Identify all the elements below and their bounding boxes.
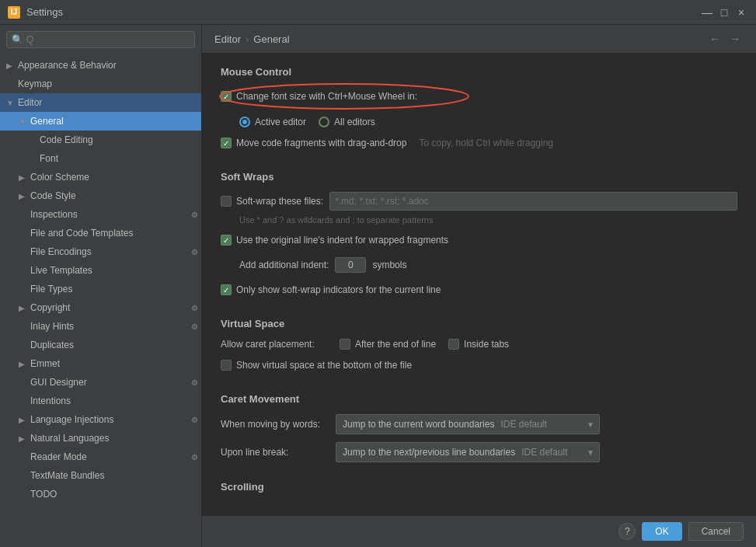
- breadcrumb-current: General: [253, 33, 289, 45]
- soft-wrap-checkbox[interactable]: [221, 196, 232, 207]
- sidebar-item-todo[interactable]: TODO: [0, 485, 201, 503]
- sidebar-item-label: Copyright: [30, 302, 189, 313]
- upon-line-break-dropdown[interactable]: Jump to the next/previous line boundarie…: [336, 442, 600, 462]
- search-icon: 🔍: [12, 34, 23, 45]
- upon-line-break-label: Upon line break:: [221, 447, 329, 458]
- sidebar-item-file-code-templates[interactable]: File and Code Templates: [0, 224, 201, 242]
- window-title: Settings: [26, 6, 694, 18]
- use-original-indent-row: ✓ Use the original line's indent for wra…: [221, 231, 737, 249]
- expand-arrow: ▶: [19, 192, 28, 200]
- sidebar-item-reader-mode[interactable]: Reader Mode ⚙: [0, 448, 201, 466]
- content-header: Editor › General ← →: [202, 25, 756, 54]
- caret-movement-title: Caret Movement: [221, 393, 737, 405]
- ok-button[interactable]: OK: [642, 522, 681, 541]
- when-moving-dropdown[interactable]: Jump to the current word boundaries IDE …: [336, 414, 600, 434]
- inside-tabs-checkbox[interactable]: [448, 339, 459, 350]
- after-end-container[interactable]: After the end of line: [340, 339, 436, 350]
- sidebar-item-gui-designer[interactable]: GUI Designer ⚙: [0, 373, 201, 392]
- sidebar-item-inlay-hints[interactable]: Inlay Hints ⚙: [0, 317, 201, 336]
- breadcrumb: Editor › General: [214, 33, 290, 45]
- sidebar-item-emmet[interactable]: ▶ Emmet: [0, 354, 201, 373]
- show-virtual-checkbox[interactable]: [221, 360, 232, 371]
- soft-wrap-checkbox-container[interactable]: Soft-wrap these files:: [221, 196, 323, 207]
- sidebar-item-code-editing[interactable]: Code Editing: [0, 131, 201, 149]
- sidebar-item-natural-languages[interactable]: ▶ Natural Languages: [0, 429, 201, 448]
- change-font-checkbox[interactable]: ✓: [221, 91, 232, 102]
- all-editors-label: All editors: [334, 117, 375, 127]
- move-code-checkbox[interactable]: ✓: [221, 138, 232, 148]
- only-show-checkbox[interactable]: ✓: [221, 284, 232, 295]
- change-font-label: Change font size with Ctrl+Mouse Wheel i…: [236, 91, 417, 102]
- window-controls: — □ ×: [700, 5, 748, 19]
- sidebar-item-label: Editor: [18, 97, 201, 108]
- sidebar-item-keymap[interactable]: Keymap: [0, 75, 201, 93]
- sidebar-item-live-templates[interactable]: Live Templates: [0, 261, 201, 280]
- help-button[interactable]: ?: [618, 523, 636, 540]
- expand-arrow: ▶: [19, 173, 28, 182]
- sidebar-item-label: Live Templates: [30, 265, 201, 276]
- settings-icon: ⚙: [191, 378, 198, 387]
- sidebar-item-font[interactable]: Font: [0, 149, 201, 168]
- sidebar-item-inspections[interactable]: Inspections ⚙: [0, 205, 201, 224]
- all-editors-radio[interactable]: [319, 117, 329, 127]
- sidebar-item-file-types[interactable]: File Types: [0, 280, 201, 298]
- expand-spacer: [19, 453, 28, 462]
- show-virtual-container[interactable]: Show virtual space at the bottom of the …: [221, 360, 412, 371]
- use-original-indent-container[interactable]: ✓ Use the original line's indent for wra…: [221, 235, 448, 246]
- maximize-button[interactable]: □: [717, 5, 731, 19]
- sidebar-item-color-scheme[interactable]: ▶ Color Scheme: [0, 168, 201, 186]
- sidebar-item-code-style[interactable]: ▶ Code Style: [0, 186, 201, 205]
- sidebar-item-label: File and Code Templates: [30, 228, 201, 239]
- sidebar-item-label: Inlay Hints: [30, 321, 189, 332]
- sidebar-item-file-encodings[interactable]: File Encodings ⚙: [0, 242, 201, 261]
- minimize-button[interactable]: —: [700, 5, 714, 19]
- forward-button[interactable]: →: [726, 31, 744, 47]
- upon-line-break-default: IDE default: [521, 447, 567, 458]
- use-original-indent-checkbox[interactable]: ✓: [221, 235, 232, 246]
- close-button[interactable]: ×: [734, 5, 748, 19]
- when-moving-default: IDE default: [500, 419, 546, 430]
- add-indent-input[interactable]: [335, 257, 366, 273]
- sidebar-item-editor[interactable]: ▼ Editor: [0, 93, 201, 112]
- soft-wrap-input[interactable]: [329, 192, 737, 211]
- after-end-checkbox[interactable]: [340, 339, 350, 350]
- sidebar-item-label: File Encodings: [30, 246, 189, 257]
- inside-tabs-container[interactable]: Inside tabs: [448, 339, 509, 350]
- sidebar-item-label: Code Editing: [40, 134, 201, 145]
- sidebar-item-duplicates[interactable]: Duplicates: [0, 336, 201, 354]
- checkmark: ✓: [223, 139, 229, 148]
- sidebar-item-label: GUI Designer: [30, 377, 189, 388]
- dropdown-arrow-icon: ▼: [587, 420, 594, 429]
- sidebar-item-label: Code Style: [30, 190, 201, 201]
- settings-icon: ⚙: [191, 248, 198, 256]
- cancel-button[interactable]: Cancel: [688, 522, 744, 541]
- back-button[interactable]: ←: [706, 31, 723, 47]
- sidebar-item-label: TextMate Bundles: [30, 470, 201, 481]
- active-editor-radio-container[interactable]: Active editor: [239, 117, 306, 127]
- search-input[interactable]: [26, 34, 190, 45]
- sidebar-item-label: Natural Languages: [30, 433, 201, 444]
- all-editors-radio-container[interactable]: All editors: [319, 117, 375, 127]
- sidebar-item-appearance[interactable]: ▶ Appearance & Behavior: [0, 56, 201, 75]
- sidebar-item-label: Emmet: [30, 358, 201, 369]
- change-font-row: ✓ Change font size with Ctrl+Mouse Wheel…: [221, 87, 417, 106]
- only-show-container[interactable]: ✓ Only show soft-wrap indicators for the…: [221, 284, 441, 295]
- change-font-checkbox-container[interactable]: ✓ Change font size with Ctrl+Mouse Wheel…: [221, 91, 417, 102]
- active-editor-radio[interactable]: [239, 117, 250, 127]
- inside-tabs-label: Inside tabs: [464, 339, 509, 350]
- active-editor-label: Active editor: [255, 117, 306, 127]
- move-code-checkbox-container[interactable]: ✓ Move code fragments with drag-and-drop: [221, 138, 406, 148]
- sidebar-item-copyright[interactable]: ▶ Copyright ⚙: [0, 298, 201, 317]
- expand-spacer: [19, 248, 28, 256]
- soft-wraps-title: Soft Wraps: [221, 171, 737, 183]
- search-box[interactable]: 🔍: [6, 31, 195, 48]
- sidebar-item-language-injections[interactable]: ▶ Language Injections ⚙: [0, 410, 201, 429]
- content-body: Mouse Control ✓ Change font size with Ct…: [202, 54, 756, 515]
- sidebar-item-label: Appearance & Behavior: [18, 60, 201, 71]
- sidebar-item-general[interactable]: ▼ General: [0, 112, 201, 131]
- settings-icon: ⚙: [191, 453, 198, 462]
- checkmark: ✓: [223, 236, 229, 245]
- sidebar-item-textmate-bundles[interactable]: TextMate Bundles: [0, 466, 201, 485]
- sidebar-item-label: Keymap: [18, 78, 201, 89]
- sidebar-item-intentions[interactable]: Intentions: [0, 392, 201, 410]
